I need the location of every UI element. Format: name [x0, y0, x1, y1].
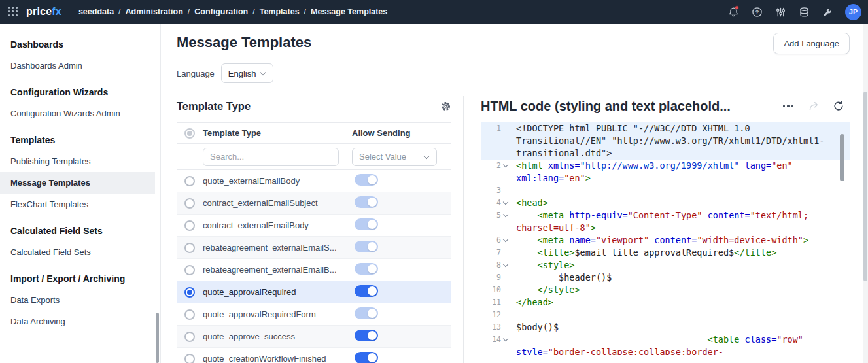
template-row[interactable]: rebateagreement_externalEmailB... [177, 259, 451, 281]
apps-grid-icon[interactable] [0, 0, 26, 24]
breadcrumb-item-administration[interactable]: Administration [126, 7, 183, 16]
allow-sending-toggle[interactable] [355, 307, 378, 319]
allow-sending-toggle[interactable] [355, 174, 378, 186]
code-line-content[interactable]: <!DOCTYPE html PUBLIC "-//W3C//DTD XHTML… [511, 122, 850, 160]
add-language-button[interactable]: Add Language [773, 33, 850, 54]
template-name: quote_creationWorkflowFinished [203, 354, 352, 363]
code-editor[interactable]: 1<!DOCTYPE html PUBLIC "-//W3C//DTD XHTM… [481, 122, 850, 355]
allow-sending-toggle[interactable] [355, 196, 378, 208]
allow-sending-toggle[interactable] [355, 263, 378, 275]
template-row[interactable]: quote_creationWorkflowFinished [177, 348, 451, 363]
code-line-content[interactable]: </head> [511, 296, 850, 309]
toggle-knob [368, 242, 377, 251]
code-line-content[interactable]: <meta name="viewport" content="width=dev… [511, 234, 850, 247]
line-number: 14 [489, 334, 501, 346]
avatar[interactable]: JP [845, 4, 861, 20]
line-number: 10 [489, 284, 501, 296]
row-radio[interactable] [184, 332, 195, 342]
code-line-content[interactable]: $body()$ [511, 321, 850, 334]
column-header-template-type[interactable]: Template Type [203, 128, 352, 138]
fold-placeholder [501, 122, 510, 135]
sliders-icon-glyph [775, 7, 786, 18]
redo-icon[interactable] [808, 100, 820, 112]
template-row[interactable]: contract_externalEmailBody [177, 215, 451, 237]
row-radio[interactable] [184, 309, 195, 320]
fold-caret-icon[interactable] [501, 160, 510, 172]
search-input[interactable] [203, 148, 339, 166]
code-line-content[interactable]: <html xmlns="http://www.w3.org/1999/xhtm… [511, 160, 850, 184]
breadcrumb-item-message-templates[interactable]: Message Templates [311, 7, 387, 16]
row-radio[interactable] [184, 287, 195, 298]
template-type-panel: Template Type Template Type Allow Sendin… [177, 96, 463, 363]
database-icon[interactable] [794, 2, 814, 22]
sidebar-item-message-templates[interactable]: Message Templates [0, 172, 155, 194]
gear-icon[interactable] [440, 101, 451, 112]
fold-caret-icon[interactable] [501, 259, 510, 271]
code-line-content[interactable]: </style> [511, 284, 850, 296]
row-radio[interactable] [184, 265, 195, 275]
table-header-row: Template Type Allow Sending [177, 123, 451, 144]
allow-sending-toggle[interactable] [355, 241, 378, 252]
code-line-content[interactable]: <table class="row" style="border-collaps… [511, 334, 850, 355]
sidebar-item-calculated-field-sets[interactable]: Calculated Field Sets [0, 241, 155, 263]
row-radio[interactable] [184, 220, 195, 231]
allow-sending-filter-select[interactable]: Select Value [352, 148, 437, 166]
column-header-allow-sending[interactable]: Allow Sending [352, 128, 451, 138]
row-radio[interactable] [184, 354, 195, 363]
code-line-content[interactable]: $header()$ [511, 271, 850, 284]
allow-sending-toggle[interactable] [355, 352, 378, 363]
sidebar-item-data-archiving[interactable]: Data Archiving [0, 311, 155, 332]
code-line-content[interactable]: <title>$email_title_approvalRequired$</t… [511, 247, 850, 259]
row-radio[interactable] [184, 176, 195, 186]
template-row[interactable]: quote_externalEmailBody [177, 170, 451, 192]
template-row[interactable]: contract_externalEmailSubject [177, 192, 451, 215]
allow-sending-toggle[interactable] [355, 330, 378, 341]
sidebar-item-data-exports[interactable]: Data Exports [0, 289, 155, 311]
breadcrumb-item-configuration[interactable]: Configuration [194, 7, 248, 16]
fold-caret-icon[interactable] [501, 209, 510, 222]
gutter: 6 [481, 234, 511, 247]
help-icon-glyph: ? [752, 7, 763, 18]
breadcrumb-item-seeddata[interactable]: seeddata [78, 7, 114, 16]
editor-scrollbar-thumb[interactable] [840, 134, 844, 181]
template-row[interactable]: quote_approvalRequired [177, 281, 451, 303]
row-radio[interactable] [184, 198, 195, 209]
fold-caret-icon[interactable] [501, 234, 510, 247]
language-select[interactable]: English [221, 63, 274, 83]
code-line-content[interactable]: <meta http-equiv="Content-Type" content=… [511, 209, 850, 234]
code-line-content[interactable] [511, 184, 850, 197]
allow-sending-toggle[interactable] [355, 218, 378, 230]
code-line-content[interactable]: <head> [511, 197, 850, 209]
sidebar-item-configuration-wizards-admin[interactable]: Configuration Wizards Admin [0, 103, 155, 124]
template-table: Template Type Allow Sending Select Value [177, 122, 451, 363]
refresh-icon[interactable] [833, 100, 844, 112]
sliders-icon[interactable] [771, 2, 790, 22]
allow-sending-toggle[interactable] [355, 285, 378, 297]
window-scrollbar[interactable] [863, 24, 868, 363]
wrench-icon[interactable] [818, 2, 837, 22]
logo-fx: fx [52, 6, 61, 17]
sidebar-section-header-dashboards: Dashboards [0, 29, 155, 55]
window-scrollbar-thumb[interactable] [863, 92, 867, 281]
sidebar-item-publishing-templates[interactable]: Publishing Templates [0, 150, 155, 172]
sidebar-scrollbar[interactable] [155, 24, 161, 363]
sidebar: DashboardsDashboards AdminConfiguration … [0, 24, 155, 363]
breadcrumb-item-templates[interactable]: Templates [260, 7, 300, 16]
row-radio[interactable] [184, 243, 195, 253]
bell-icon[interactable] [723, 2, 743, 22]
template-row[interactable]: quote_approve_success [177, 326, 451, 348]
fold-caret-icon[interactable] [501, 197, 510, 209]
code-line: 7 <title>$email_title_approvalRequired$<… [481, 247, 850, 259]
code-line-content[interactable]: <style> [511, 259, 850, 271]
sidebar-item-dashboards-admin[interactable]: Dashboards Admin [0, 55, 155, 77]
template-row[interactable]: rebateagreement_externalEmailS... [177, 237, 451, 259]
code-line: 8 <style> [481, 259, 850, 271]
sidebar-item-flexchart-templates[interactable]: FlexChart Templates [0, 194, 155, 215]
help-icon[interactable]: ? [747, 2, 767, 22]
code-line-content[interactable] [511, 309, 850, 321]
sidebar-section-header-import-export-archiving: Import / Export / Archiving [0, 263, 155, 289]
template-row[interactable]: quote_approvalRequiredForm [177, 303, 451, 326]
sidebar-scrollbar-thumb[interactable] [156, 313, 159, 363]
more-options-icon[interactable] [782, 102, 795, 110]
fold-caret-icon[interactable] [501, 334, 510, 346]
